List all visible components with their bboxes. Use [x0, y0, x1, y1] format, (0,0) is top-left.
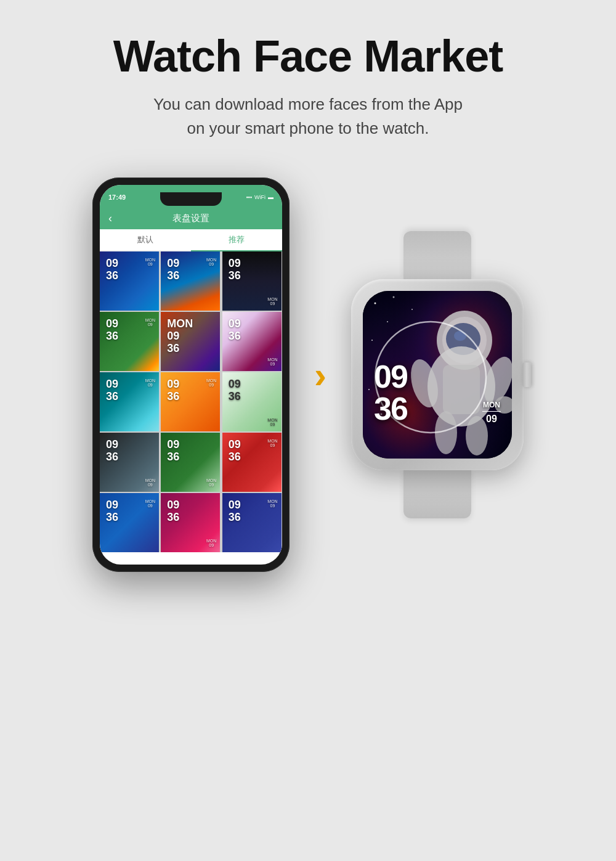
- face-date-12: MON09: [267, 439, 277, 447]
- signal-icon: ▪▪▪: [246, 194, 252, 200]
- back-button[interactable]: ‹: [108, 212, 112, 225]
- svg-point-14: [387, 321, 388, 322]
- watch-hour: 09: [374, 361, 407, 393]
- battery-icon: ▬: [268, 194, 274, 200]
- watch-screen: 09 36 MON 09: [363, 291, 512, 459]
- face-date-14: MON09: [206, 539, 216, 547]
- face-cell-2[interactable]: 0936 MON09: [161, 251, 220, 311]
- page-subtitle: You can download more faces from the App…: [153, 92, 463, 141]
- face-time-13: 0936: [106, 499, 118, 524]
- face-date-15: MON09: [267, 499, 277, 508]
- watch-time-display: 09 36: [374, 361, 407, 425]
- face-time-4: 0936: [106, 318, 118, 343]
- face-time-5: MON0936: [167, 318, 193, 354]
- wifi-icon: WiFi: [254, 194, 265, 200]
- phone-screen: 17:49 ▪▪▪ WiFi ▬ ‹ 表盘设置 默认: [100, 185, 282, 565]
- face-cell-10[interactable]: 0936 MON09: [100, 433, 159, 492]
- face-cell-15[interactable]: 0936 MON09: [222, 493, 282, 552]
- svg-rect-6: [443, 365, 480, 414]
- face-date-2: MON09: [206, 258, 216, 266]
- face-time-1: 0936: [106, 258, 118, 282]
- svg-point-17: [411, 309, 413, 310]
- face-time-15: 0936: [229, 499, 241, 524]
- face-cell-11[interactable]: 0936 MON09: [161, 433, 220, 492]
- svg-point-18: [368, 389, 370, 390]
- arrow-wrapper: ›: [314, 354, 326, 396]
- watch-wrapper: 09 36 MON 09: [351, 231, 524, 518]
- face-cell-12[interactable]: 0936 MON09: [222, 433, 282, 492]
- face-time-3: 0936: [229, 258, 241, 282]
- face-date-10: MON09: [145, 478, 155, 487]
- watch-date: 09: [482, 414, 501, 425]
- phone-tabs: 默认 推荐: [100, 229, 282, 251]
- face-cell-5[interactable]: MON0936: [161, 312, 220, 371]
- svg-point-15: [371, 340, 373, 341]
- face-cell-4[interactable]: 0936 MON09: [100, 312, 159, 371]
- status-icons: ▪▪▪ WiFi ▬: [246, 194, 274, 200]
- face-date-4: MON09: [145, 318, 155, 327]
- face-cell-3[interactable]: 0936 MON09: [222, 251, 282, 311]
- face-date-3: MON09: [267, 297, 277, 306]
- face-cell-13[interactable]: 0936 MON09: [100, 493, 159, 552]
- tab-default[interactable]: 默认: [100, 229, 191, 250]
- watch-day: MON: [482, 401, 501, 409]
- face-date-8: MON09: [206, 378, 216, 387]
- content-row: 17:49 ▪▪▪ WiFi ▬ ‹ 表盘设置 默认: [0, 178, 616, 572]
- watch-date-display: MON 09: [482, 401, 501, 425]
- page-title: Watch Face Market: [113, 31, 503, 81]
- face-date-9: MON09: [267, 418, 277, 426]
- face-cell-9[interactable]: 0936 MON09: [222, 372, 282, 431]
- phone-wrapper: 17:49 ▪▪▪ WiFi ▬ ‹ 表盘设置 默认: [92, 178, 290, 572]
- watch-faces-grid: 0936 MON09 0936 MON09 0936 MON09: [100, 251, 282, 552]
- watch-body: 09 36 MON 09: [351, 279, 524, 470]
- face-time-11: 0936: [167, 439, 179, 463]
- face-date-13: MON09: [145, 499, 155, 508]
- face-cell-14[interactable]: 0936 MON09: [161, 493, 220, 552]
- watch-face-background: 09 36 MON 09: [363, 291, 512, 459]
- face-time-8: 0936: [167, 378, 179, 403]
- watch-crown: [522, 362, 531, 387]
- face-cell-6[interactable]: 0936 MON09: [222, 312, 282, 371]
- face-date-7: MON09: [145, 378, 155, 387]
- page-wrapper: Watch Face Market You can download more …: [0, 0, 616, 861]
- watch-band-bottom: [403, 469, 471, 518]
- face-time-10: 0936: [106, 439, 118, 463]
- face-time-7: 0936: [106, 378, 118, 403]
- face-cell-7[interactable]: 0936 MON09: [100, 372, 159, 431]
- face-time-9: 0936: [229, 378, 241, 403]
- face-date-6: MON09: [267, 357, 277, 366]
- face-cell-8[interactable]: 0936 MON09: [161, 372, 220, 431]
- nav-title: 表盘设置: [172, 213, 209, 224]
- face-cell-1[interactable]: 0936 MON09: [100, 251, 159, 311]
- status-time: 17:49: [108, 194, 126, 201]
- watch-band-top: [403, 231, 471, 280]
- phone-nav-bar: ‹ 表盘设置: [100, 207, 282, 229]
- face-time-2: 0936: [167, 258, 179, 282]
- watch-minute: 36: [374, 393, 407, 425]
- face-date-11: MON09: [206, 478, 216, 487]
- face-date-1: MON09: [145, 258, 155, 266]
- svg-point-13: [374, 303, 376, 304]
- face-time-14: 0936: [167, 499, 179, 524]
- tab-recommended[interactable]: 推荐: [191, 229, 282, 251]
- phone-notch: [160, 192, 222, 206]
- face-time-6: 0936: [229, 318, 241, 343]
- arrow-icon: ›: [314, 354, 326, 396]
- svg-point-16: [392, 296, 394, 298]
- date-separator: [482, 411, 501, 412]
- phone-outer: 17:49 ▪▪▪ WiFi ▬ ‹ 表盘设置 默认: [92, 178, 290, 572]
- face-time-12: 0936: [229, 439, 241, 463]
